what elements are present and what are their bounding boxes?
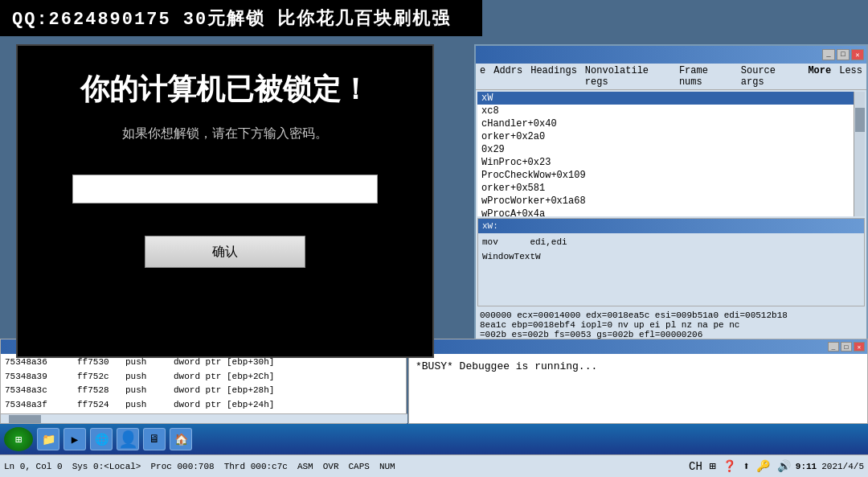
log-text: *BUSY* Debuggee is running... [416, 360, 597, 372]
reg-line-1: mov edi,edi [482, 236, 860, 250]
log-minimize-button[interactable]: _ [828, 342, 839, 352]
h-scrollbar-thumb[interactable] [9, 415, 41, 423]
code-row-4[interactable]: 0x29 [477, 143, 865, 156]
code-row-6[interactable]: ProcCheckWow+0x109 [477, 169, 865, 182]
debugger-menu: e Addrs Headings Nonvolatile regs Frame … [476, 64, 866, 90]
ransom-confirm-button[interactable]: 确认 [145, 236, 305, 268]
code-row-9[interactable]: wProcA+0x4a [477, 208, 865, 216]
reg-status-2: 8ea1c ebp=0018ebf4 iopl=0 nv up ei pl nz… [480, 320, 862, 330]
status-asm: ASM [297, 462, 313, 471]
ransom-password-input[interactable] [72, 175, 378, 204]
assembly-content: 75348a36 ff7530 push dword ptr [ebp+30h]… [1, 354, 406, 413]
log-close-button[interactable]: ✕ [854, 342, 865, 352]
taskbar: ⊞ 📁 ▶ 🌐 👤 🖥 🏠 [0, 424, 868, 454]
asm-row-2: 75348a3c ff7528 push dword ptr [ebp+28h] [5, 384, 402, 398]
minimize-button[interactable]: _ [822, 49, 835, 60]
menu-item-less[interactable]: Less [839, 65, 862, 88]
status-sys: Sys 0:<Local> [72, 462, 141, 471]
status-bar: Ln 0, Col 0 Sys 0:<Local> Proc 000:708 T… [0, 454, 868, 477]
h-scrollbar[interactable] [1, 413, 407, 423]
code-row-7[interactable]: orker+0x581 [477, 182, 865, 195]
reg-status-1: 000000 ecx=00014000 edx=0018ea5c esi=009… [480, 310, 862, 320]
ransom-title: 你的计算机已被锁定！ [80, 70, 370, 109]
code-row-3[interactable]: orker+0x2a0 [477, 130, 865, 143]
taskbar-user-icon[interactable]: 👤 [117, 428, 139, 450]
taskbar-computer-icon[interactable]: 🖥 [143, 428, 166, 450]
banner-text: QQ:2624890175 30元解锁 比你花几百块刷机强 [12, 6, 451, 31]
taskbar-media-icon[interactable]: ▶ [63, 428, 86, 450]
tray-time: 9:11 [796, 462, 817, 471]
asm-row-3: 75348a3f ff7524 push dword ptr [ebp+24h] [5, 398, 402, 413]
asm-row-1: 75348a39 ff752c push dword ptr [ebp+2Ch] [5, 370, 402, 384]
code-row-1[interactable]: xc8 [477, 105, 865, 117]
status-proc: Proc 000:708 [150, 462, 214, 471]
status-thrd: Thrd 000:c7c [224, 462, 288, 471]
log-content: *BUSY* Debuggee is running... [409, 354, 867, 379]
code-row-2[interactable]: cHandler+0x40 [477, 117, 865, 130]
code-row-8[interactable]: wProcWorker+0x1a68 [477, 195, 865, 208]
status-ln: Ln 0, Col 0 [4, 462, 63, 471]
status-num: NUM [379, 462, 395, 471]
debugger-window: _ □ ✕ e Addrs Headings Nonvolatile regs … [474, 44, 868, 362]
reg-status: 000000 ecx=00014000 edx=0018ea5c esi=009… [476, 308, 866, 342]
status-caps: CAPS [349, 462, 370, 471]
menu-item-addrs[interactable]: Addrs [493, 65, 522, 88]
ransom-subtitle: 如果你想解锁，请在下方输入密码。 [122, 125, 328, 142]
top-banner: QQ:2624890175 30元解锁 比你花几百块刷机强 [0, 0, 482, 36]
log-restore-button[interactable]: □ [841, 342, 852, 352]
reg-line-2: WindowTextW [482, 250, 860, 265]
code-scrollbar[interactable] [854, 92, 865, 216]
ransom-dialog: 你的计算机已被锁定！ 如果你想解锁，请在下方输入密码。 确认 [16, 44, 434, 358]
debugger-registers-area: xW: mov edi,edi WindowTextW [477, 218, 865, 306]
debugger-titlebar: _ □ ✕ [476, 46, 866, 64]
registers-title: xW: [478, 219, 864, 233]
debugger-code-area: xW xc8 cHandler+0x40 orker+0x2a0 0x29 Wi… [477, 92, 865, 216]
log-titlebar: _ □ ✕ [409, 339, 867, 354]
menu-item-headings[interactable]: Headings [530, 65, 577, 88]
registers-content: mov edi,edi WindowTextW [478, 233, 864, 266]
log-window: _ □ ✕ *BUSY* Debuggee is running... [408, 339, 868, 424]
taskbar-folder-icon[interactable]: 📁 [37, 428, 59, 450]
status-ovr: OVR [323, 462, 339, 471]
close-button[interactable]: ✕ [851, 49, 864, 60]
menu-item-framenums[interactable]: Frame nums [679, 65, 733, 88]
start-button[interactable]: ⊞ [4, 427, 33, 451]
menu-item-e[interactable]: e [480, 65, 485, 88]
menu-item-sourceargs[interactable]: Source args [741, 65, 800, 88]
tray-date: 2021/4/5 [821, 462, 864, 471]
menu-item-more[interactable]: More [808, 65, 831, 88]
tray-icons: CH ⊞ ❓ ⬆ 🔑 🔊 [689, 459, 791, 473]
scrollbar-thumb[interactable] [855, 108, 865, 132]
taskbar-home-icon[interactable]: 🏠 [170, 428, 192, 450]
code-row-0[interactable]: xW [477, 92, 865, 105]
code-row-5[interactable]: WinProc+0x23 [477, 156, 865, 169]
menu-item-nonvolatile[interactable]: Nonvolatile regs [585, 65, 671, 88]
taskbar-browser-icon[interactable]: 🌐 [90, 428, 113, 450]
restore-button[interactable]: □ [837, 49, 850, 60]
tray-right: CH ⊞ ❓ ⬆ 🔑 🔊 9:11 2021/4/5 [689, 459, 864, 473]
